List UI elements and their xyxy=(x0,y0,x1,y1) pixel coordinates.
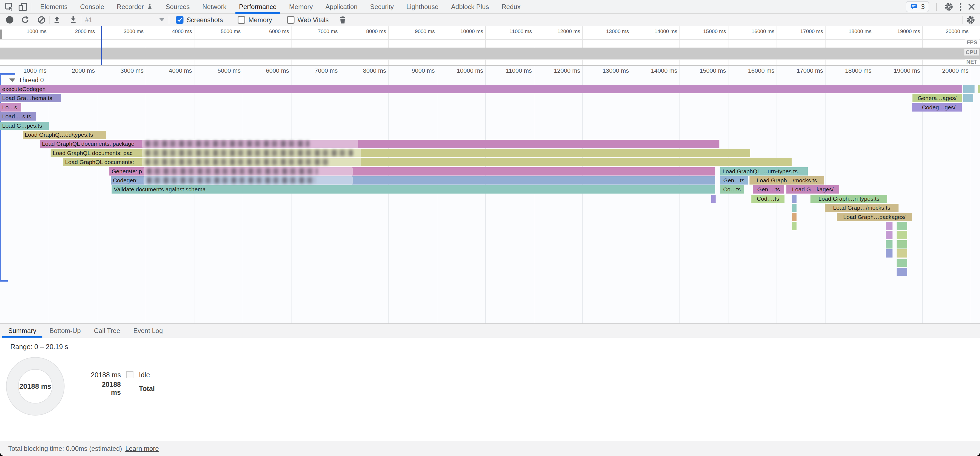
ruler-label: 4000 ms xyxy=(145,29,192,35)
flame-bar[interactable] xyxy=(886,240,893,248)
overview-scroll-chip[interactable] xyxy=(0,30,2,40)
ruler-label: 15000 ms xyxy=(679,29,726,35)
flame-bar[interactable]: Load GraphQL documents: package xyxy=(40,140,719,148)
ruler-label: 13000 ms xyxy=(582,29,629,35)
flame-bar[interactable]: Validate documents against schema xyxy=(111,185,715,194)
learn-more-link[interactable]: Learn more xyxy=(125,445,159,453)
flame-bar[interactable] xyxy=(886,231,893,239)
flame-bar[interactable]: Load Gra…hema.ts xyxy=(0,94,61,102)
divider xyxy=(30,3,31,11)
tab-redux[interactable]: Redux xyxy=(495,0,527,14)
flame-bar[interactable]: Load Grap…/mocks.ts xyxy=(825,204,899,212)
tab-event-log[interactable]: Event Log xyxy=(127,324,169,338)
inspect-element-icon[interactable] xyxy=(5,2,14,12)
cpu-lane-label: CPU xyxy=(964,49,978,56)
flame-bar[interactable]: Load Graph…n-types.ts xyxy=(810,195,887,203)
tab-console[interactable]: Console xyxy=(74,0,110,14)
ruler-label: 7000 ms xyxy=(291,67,338,75)
flame-bar[interactable] xyxy=(897,259,907,267)
flame-bar[interactable]: Load GraphQ…ed/types.ts xyxy=(23,131,107,139)
flame-bar[interactable] xyxy=(897,268,907,276)
web-vitals-checkbox[interactable] xyxy=(287,16,294,24)
flame-bar[interactable]: Genera…ages/ xyxy=(912,94,962,102)
flame-bar[interactable]: Gen…ts xyxy=(720,176,748,184)
flame-bar[interactable]: Load …s.ts xyxy=(0,112,37,121)
flame-bar[interactable] xyxy=(963,94,973,102)
summary-legend: 20188 msIdle20188 msTotal xyxy=(90,370,155,393)
save-profile-icon[interactable] xyxy=(68,15,78,25)
flame-bar[interactable]: Load Graph…/mocks.ts xyxy=(749,176,824,184)
summary-donut-chart: 20188 ms xyxy=(6,357,65,416)
thread-group-header[interactable]: Thread 0 xyxy=(9,76,44,84)
reload-and-record-icon[interactable] xyxy=(21,15,30,25)
close-icon[interactable] xyxy=(967,3,975,11)
tab-memory[interactable]: Memory xyxy=(283,0,319,14)
flame-bar[interactable]: Load G…kages/ xyxy=(786,185,839,194)
memory-checkbox[interactable] xyxy=(238,16,245,24)
checkbox-screenshots[interactable]: Screenshots xyxy=(176,16,223,24)
flame-bar[interactable]: Gen.…ts xyxy=(753,185,784,194)
collapse-triangle-icon[interactable] xyxy=(9,78,15,82)
flame-chart[interactable]: 1000 ms2000 ms3000 ms4000 ms5000 ms6000 … xyxy=(0,66,980,323)
record-button[interactable] xyxy=(6,16,13,24)
total-blocking-time-text: Total blocking time: 0.00ms (estimated) xyxy=(8,445,122,453)
tab-lighthouse[interactable]: Lighthouse xyxy=(400,0,445,14)
legend-value: 20188 ms xyxy=(90,381,121,396)
ruler-label: 17000 ms xyxy=(776,67,823,75)
flame-bar[interactable]: Lo…s xyxy=(0,103,21,111)
flame-bar[interactable]: Co…ts xyxy=(720,185,744,194)
tab-elements[interactable]: Elements xyxy=(34,0,74,14)
flame-bar[interactable]: Load Graph…packages/ xyxy=(837,213,912,221)
tab-summary[interactable]: Summary xyxy=(2,324,43,338)
clear-icon[interactable] xyxy=(37,15,46,25)
legend-label: Total xyxy=(139,385,155,392)
screenshots-checkbox[interactable] xyxy=(176,16,183,24)
flame-bar[interactable] xyxy=(978,85,980,93)
flame-bar[interactable] xyxy=(897,222,907,230)
tab-sources[interactable]: Sources xyxy=(159,0,196,14)
ruler-label: 19000 ms xyxy=(873,29,920,35)
ruler-label: 2000 ms xyxy=(48,67,95,75)
tab-network[interactable]: Network xyxy=(196,0,233,14)
tab-bottom-up[interactable]: Bottom-Up xyxy=(43,324,88,338)
ruler-label: 5000 ms xyxy=(194,29,240,35)
flame-bar[interactable]: Load GraphQL …urn-types.ts xyxy=(720,167,807,175)
flame-bar[interactable]: Codeg…ges/ xyxy=(916,103,962,111)
flame-bar[interactable] xyxy=(897,231,907,239)
timeline-overview[interactable]: 1000 ms2000 ms3000 ms4000 ms5000 ms6000 … xyxy=(0,26,980,66)
checkbox-memory[interactable]: Memory xyxy=(238,16,272,24)
tab-performance[interactable]: Performance xyxy=(233,0,283,14)
flame-bar[interactable]: Load G…pes.ts xyxy=(0,122,49,130)
flame-bar[interactable] xyxy=(711,195,716,203)
settings-gear-icon[interactable] xyxy=(944,2,954,12)
capture-settings-gear-icon[interactable] xyxy=(966,15,975,25)
flame-bar[interactable] xyxy=(792,195,797,203)
flame-bar[interactable] xyxy=(792,204,797,212)
flame-bar[interactable] xyxy=(897,240,907,248)
ruler-label: 7000 ms xyxy=(291,29,338,35)
flame-bar[interactable] xyxy=(886,222,893,230)
device-toolbar-icon[interactable] xyxy=(18,2,28,12)
tab-security[interactable]: Security xyxy=(364,0,400,14)
flame-bar[interactable]: executeCodegen xyxy=(0,85,962,93)
recording-history-select[interactable]: #1 xyxy=(84,15,166,25)
flame-bar[interactable] xyxy=(897,249,907,257)
tab-application[interactable]: Application xyxy=(319,0,364,14)
flame-bar[interactable] xyxy=(792,213,797,221)
flame-bar[interactable]: Cod.…ts xyxy=(751,195,784,203)
tab-recorder[interactable]: Recorder xyxy=(110,0,159,14)
ruler-label: 20000 ms xyxy=(922,29,969,35)
ruler-label: 6000 ms xyxy=(243,29,289,35)
flame-bar[interactable] xyxy=(963,85,975,93)
issues-button[interactable]: 3 xyxy=(905,1,929,12)
flame-bar[interactable] xyxy=(886,249,893,257)
tab-call-tree[interactable]: Call Tree xyxy=(87,324,127,338)
load-profile-icon[interactable] xyxy=(52,15,62,25)
delete-recording-icon[interactable] xyxy=(338,15,347,25)
flame-bar[interactable] xyxy=(792,222,797,230)
more-options-icon[interactable] xyxy=(958,3,963,11)
ruler-label: 20000 ms xyxy=(922,67,969,75)
fps-lane-label: FPS xyxy=(965,40,978,46)
checkbox-web-vitals[interactable]: Web Vitals xyxy=(287,16,329,24)
tab-adblock-plus[interactable]: Adblock Plus xyxy=(445,0,495,14)
